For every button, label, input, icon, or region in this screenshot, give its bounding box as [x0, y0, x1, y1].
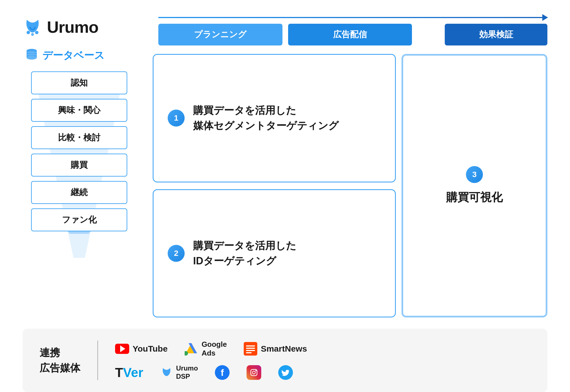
youtube-play-icon: [120, 345, 125, 352]
tver-ver-text: Ver: [123, 365, 143, 380]
right-panel: プランニング 広告配信 効果検証 1 購買データを活用した媒体セグメントターゲテ…: [153, 17, 547, 317]
funnel-step-1: 興味・関心: [31, 99, 127, 122]
progress-arrow: [158, 17, 547, 18]
arrow-line: [158, 17, 547, 18]
phase-delivery: 広告配信: [288, 24, 412, 45]
step-badge-1: 1: [168, 110, 185, 127]
partner-urumo-dsp: UrumoDSP: [160, 364, 198, 381]
partner-label: 連携広告媒体: [40, 345, 80, 376]
partner-youtube: YouTube: [115, 344, 168, 354]
funnel-step-5: ファン化: [31, 208, 127, 231]
divider: [97, 341, 98, 380]
database-icon: [25, 48, 38, 63]
svg-point-25: [252, 371, 255, 374]
svg-point-1: [31, 33, 34, 36]
database-text: データベース: [42, 49, 105, 62]
logo-text: Urumo: [47, 18, 98, 36]
box2-text: 購買データを活用したIDターゲティング: [193, 238, 296, 269]
main-container: Urumo データベース: [0, 0, 570, 392]
google-ads-icon: [185, 342, 198, 356]
phase-planning: プランニング: [158, 24, 282, 45]
smartnews-text: SmartNews: [261, 344, 307, 354]
svg-point-0: [27, 31, 30, 34]
funnel-step-0: 認知: [31, 71, 127, 94]
funnel-step-4: 継続: [31, 181, 127, 204]
svg-rect-22: [246, 350, 255, 351]
instagram-icon: [247, 365, 261, 380]
logo-area: Urumo: [23, 17, 98, 37]
svg-point-9: [27, 56, 37, 60]
main-boxes: 1 購買データを活用した媒体セグメントターゲティング 2 購買データを活用したI…: [153, 54, 396, 317]
svg-point-26: [255, 370, 256, 371]
step-badge-3: 3: [466, 166, 483, 183]
google-ads-text: GoogleAds: [202, 340, 227, 358]
partner-smartnews: SmartNews: [244, 342, 307, 356]
partner-facebook: f: [215, 365, 230, 380]
funnel-step-2: 比較・検討: [31, 126, 127, 149]
funnel-container: 認知 興味・関心 比較・検討 購買 継続 ファン化: [25, 71, 133, 231]
partners-row-2: TVer UrumoDSP f: [115, 364, 530, 381]
smartnews-icon: [244, 342, 257, 356]
youtube-text: YouTube: [133, 344, 168, 354]
funnel-step-3: 購買: [31, 154, 127, 177]
content-box-2: 2 購買データを活用したIDターゲティング: [153, 189, 396, 318]
box1-text: 購買データを活用した媒体セグメントターゲティング: [193, 103, 339, 133]
svg-rect-21: [246, 348, 255, 349]
partners-grid: YouTube GoogleAds: [115, 340, 530, 381]
top-section: Urumo データベース: [23, 17, 547, 317]
content-box-1: 1 購買データを活用した媒体セグメントターゲティング: [153, 54, 396, 182]
tver-text: TVer: [115, 365, 143, 380]
box3-text: 購買可視化: [446, 189, 503, 206]
partner-twitter: [278, 365, 293, 380]
partner-instagram: [247, 365, 261, 380]
svg-rect-20: [246, 345, 255, 347]
partner-google-ads: GoogleAds: [185, 340, 227, 358]
urumo-dsp-icon: [160, 366, 173, 379]
content-area: 1 購買データを活用した媒体セグメントターゲティング 2 購買データを活用したI…: [153, 54, 547, 317]
step-badge-2: 2: [168, 245, 185, 262]
bottom-section: 連携広告媒体 YouTube: [23, 329, 547, 392]
youtube-icon: [115, 344, 129, 354]
twitter-icon: [278, 365, 293, 380]
phase-headers: プランニング 広告配信 効果検証: [158, 24, 547, 45]
svg-point-2: [35, 31, 38, 34]
funnel-steps: 認知 興味・関心 比較・検討 購買 継続 ファン化: [31, 71, 127, 231]
phase-verify: 効果検証: [445, 24, 547, 45]
side-box: 3 購買可視化: [401, 54, 547, 317]
partner-tver: TVer: [115, 365, 143, 380]
urumo-logo-icon: [23, 17, 42, 37]
database-label-area: データベース: [25, 48, 105, 63]
svg-rect-23: [246, 352, 252, 353]
facebook-icon: f: [215, 365, 230, 380]
urumo-dsp-text: UrumoDSP: [176, 364, 198, 381]
left-panel: Urumo データベース: [23, 17, 136, 317]
partners-row-1: YouTube GoogleAds: [115, 340, 530, 358]
